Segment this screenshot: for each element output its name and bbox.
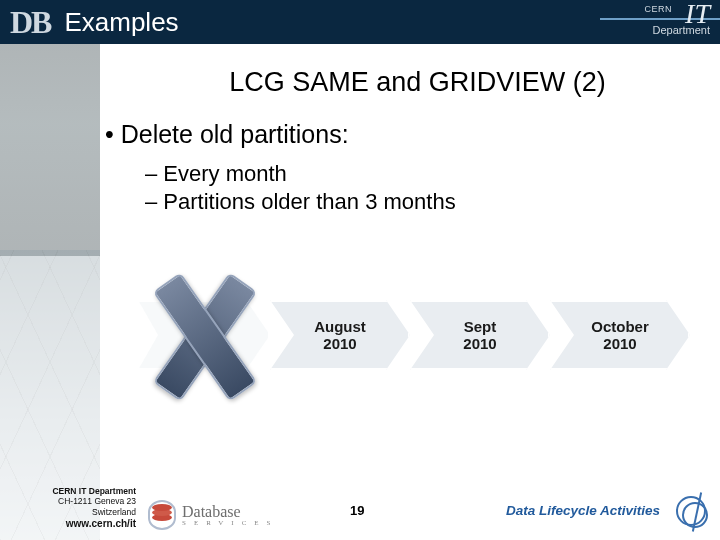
page-number: 19 <box>350 503 364 518</box>
db-logo: DB <box>10 4 50 41</box>
db-services-label-top: Database <box>182 503 241 520</box>
db-services-label-bottom: SERVICES <box>182 519 279 527</box>
page-title: Examples <box>50 7 590 38</box>
chevron-label: Sept 2010 <box>463 318 496 353</box>
chevron-august-2010: August 2010 <box>270 300 410 370</box>
footer-activities-label: Data Lifecycle Activities <box>506 503 660 518</box>
footer: CERN IT Department CH-1211 Geneva 23 Swi… <box>0 480 720 540</box>
cern-badge-icon <box>674 494 710 530</box>
header-bar: DB Examples CERN IT Department <box>0 0 720 44</box>
chevron-label: October 2010 <box>591 318 649 353</box>
database-icon <box>148 500 176 530</box>
bullet-every-month: Every month <box>145 161 700 187</box>
cross-out-icon <box>158 270 248 400</box>
chevron-october-2010: October 2010 <box>550 300 690 370</box>
bullet-older-3-months: Partitions older than 3 months <box>145 189 700 215</box>
addr-line-2: CH-1211 Geneva 23 <box>6 496 136 507</box>
chevron-label: August 2010 <box>314 318 366 353</box>
slide-subtitle: LCG SAME and GRIDVIEW (2) <box>135 67 700 98</box>
bullet-delete-old: Delete old partitions: <box>105 120 700 149</box>
logo-dept-label: Department <box>653 24 710 36</box>
chevron-sept-2010: Sept 2010 <box>410 300 550 370</box>
addr-url: www.cern.ch/it <box>6 518 136 531</box>
database-services-logo: Database SERVICES <box>148 500 279 530</box>
cern-it-logo: CERN IT Department <box>590 0 720 44</box>
addr-line-1: CERN IT Department <box>6 486 136 497</box>
logo-org-label: CERN <box>644 4 672 14</box>
address-block: CERN IT Department CH-1211 Geneva 23 Swi… <box>6 486 136 530</box>
addr-line-3: Switzerland <box>6 507 136 518</box>
